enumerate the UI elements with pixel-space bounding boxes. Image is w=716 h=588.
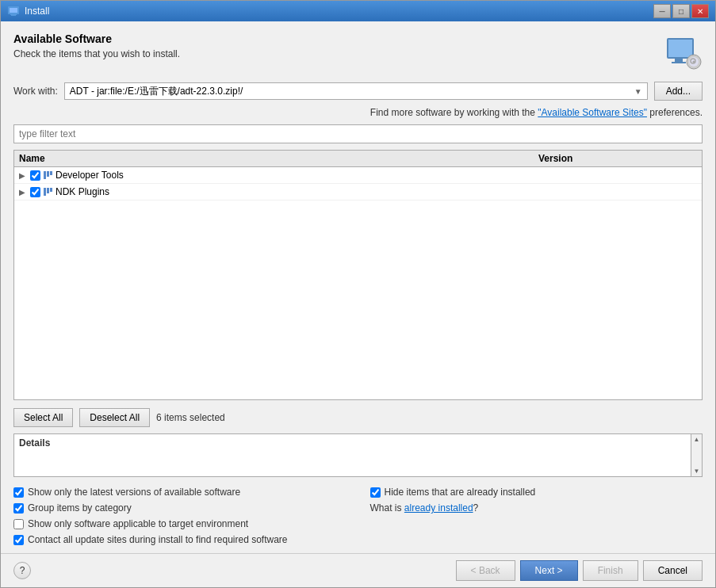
close-button[interactable]: ✕	[691, 4, 709, 18]
next-button[interactable]: Next >	[520, 560, 578, 581]
scroll-up-icon[interactable]: ▲	[694, 436, 700, 443]
list-header: Name Version	[14, 151, 702, 167]
footer: ? < Back Next > Finish Cancel	[1, 553, 715, 587]
maximize-button[interactable]: □	[672, 4, 690, 18]
software-sites-text: Find more software by working with the	[370, 107, 538, 118]
checkbox-target-environment[interactable]	[13, 519, 24, 529]
window-title: Install	[25, 6, 49, 17]
install-header-icon	[664, 33, 702, 71]
item-name-developer-tools: Developer Tools	[56, 170, 538, 181]
details-scrollbar[interactable]: ▲ ▼	[691, 434, 702, 476]
combo-arrow-icon: ▼	[634, 87, 642, 96]
deselect-all-button[interactable]: Deselect All	[79, 408, 150, 427]
label-target-environment: Show only software applicable to target …	[28, 518, 248, 529]
back-button[interactable]: < Back	[456, 560, 515, 581]
label-contact-update-sites: Contact all update sites during install …	[28, 534, 288, 545]
checkbox-hide-installed[interactable]	[370, 487, 381, 498]
developer-tools-icon	[44, 171, 52, 179]
svg-rect-1	[10, 8, 17, 13]
work-with-combo[interactable]: ADT - jar:file:/E:/迅雷下载/adt-22.3.0.zip!/…	[64, 82, 648, 100]
header-text: Available Software Check the items that …	[13, 32, 180, 59]
software-list: Name Version ▶ Developer Tools ▶	[13, 150, 703, 400]
option-group-by-category: Group items by category	[13, 502, 347, 514]
svg-rect-5	[668, 40, 692, 57]
option-already-installed: What is already installed?	[370, 502, 703, 514]
checkbox-contact-update-sites[interactable]	[13, 535, 24, 545]
option-hide-installed: Hide items that are already installed	[370, 487, 703, 498]
minimize-button[interactable]: ─	[653, 4, 671, 18]
add-button[interactable]: Add...	[654, 82, 703, 101]
label-what-is: What is already installed?	[370, 502, 479, 514]
ndk-plugins-icon	[44, 188, 52, 196]
software-sites-link[interactable]: "Available Software Sites"	[538, 107, 647, 118]
selection-row: Select All Deselect All 6 items selected	[13, 408, 703, 427]
option-target-environment: Show only software applicable to target …	[13, 518, 347, 529]
selected-count: 6 items selected	[156, 412, 225, 423]
install-icon	[7, 5, 20, 17]
list-item[interactable]: ▶ NDK Plugins	[14, 184, 702, 200]
column-header-version: Version	[538, 153, 697, 164]
software-sites-row: Find more software by working with the "…	[13, 107, 703, 118]
checkbox-group-by-category[interactable]	[13, 503, 24, 514]
svg-point-11	[693, 61, 695, 63]
work-with-label: Work with:	[13, 86, 58, 97]
scroll-down-icon[interactable]: ▼	[694, 468, 700, 475]
item-checkbox-developer-tools[interactable]	[30, 170, 40, 181]
item-checkbox-ndk-plugins[interactable]	[30, 187, 40, 197]
footer-right: < Back Next > Finish Cancel	[456, 560, 703, 581]
work-with-row: Work with: ADT - jar:file:/E:/迅雷下载/adt-2…	[13, 82, 703, 101]
option-contact-update-sites: Contact all update sites during install …	[13, 534, 347, 545]
select-all-button[interactable]: Select All	[13, 408, 73, 427]
svg-rect-6	[675, 59, 683, 62]
option-latest-versions: Show only the latest versions of availab…	[13, 487, 347, 498]
help-button[interactable]: ?	[13, 562, 31, 579]
main-content: Available Software Check the items that …	[1, 21, 715, 553]
filter-input[interactable]	[13, 124, 703, 143]
install-window: Install ─ □ ✕ Available Software Check t…	[0, 0, 716, 588]
options-right: Hide items that are already installed Wh…	[370, 487, 703, 545]
item-name-ndk-plugins: NDK Plugins	[56, 186, 538, 197]
details-label: Details	[19, 437, 50, 449]
title-bar: Install ─ □ ✕	[1, 1, 715, 21]
label-group-by-category: Group items by category	[28, 502, 132, 514]
header-section: Available Software Check the items that …	[13, 32, 703, 72]
checkbox-latest-versions[interactable]	[13, 487, 24, 498]
header-icon	[663, 32, 703, 72]
expand-arrow-icon[interactable]: ▶	[19, 188, 30, 197]
title-buttons: ─ □ ✕	[653, 4, 709, 18]
cancel-button[interactable]: Cancel	[643, 560, 703, 581]
work-with-value: ADT - jar:file:/E:/迅雷下载/adt-22.3.0.zip!/	[70, 85, 243, 98]
details-section: Details ▲ ▼	[13, 433, 703, 477]
options-left: Show only the latest versions of availab…	[13, 487, 347, 545]
list-item[interactable]: ▶ Developer Tools	[14, 167, 702, 184]
page-subtitle: Check the items that you wish to install…	[13, 48, 180, 59]
svg-rect-2	[11, 15, 16, 16]
expand-arrow-icon[interactable]: ▶	[19, 171, 30, 180]
label-latest-versions: Show only the latest versions of availab…	[28, 487, 240, 498]
software-sites-suffix: preferences.	[649, 107, 703, 118]
already-installed-link[interactable]: already installed	[404, 502, 473, 514]
page-title: Available Software	[13, 32, 180, 45]
options-section: Show only the latest versions of availab…	[13, 487, 703, 545]
finish-button[interactable]: Finish	[583, 560, 638, 581]
footer-left: ?	[13, 562, 31, 579]
label-hide-installed: Hide items that are already installed	[385, 487, 536, 498]
svg-rect-3	[10, 14, 17, 15]
title-bar-left: Install	[7, 5, 49, 17]
svg-rect-7	[672, 62, 686, 63]
column-header-name: Name	[19, 153, 538, 164]
